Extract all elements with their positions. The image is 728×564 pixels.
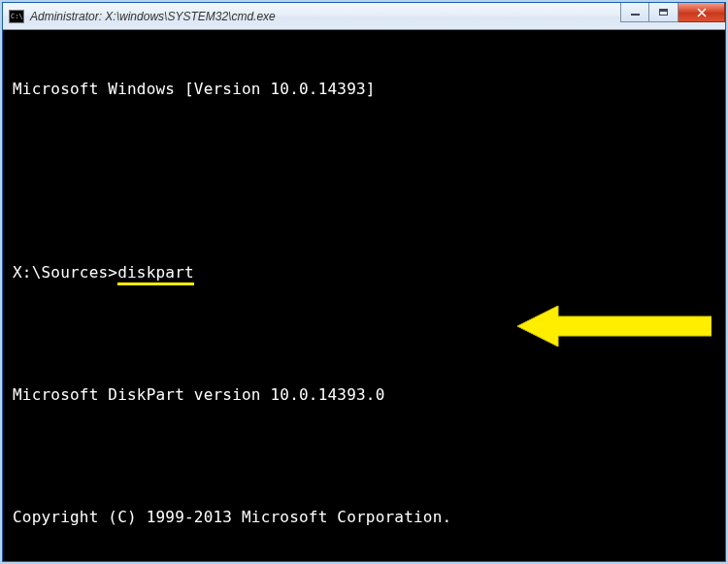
prompt: X:\Sources> [13,263,117,282]
cmd-icon [9,10,24,23]
window-title: Administrator: X:\windows\SYSTEM32\cmd.e… [30,10,276,23]
window-controls [620,3,725,22]
command-diskpart: diskpart [117,263,194,285]
minimize-button[interactable] [620,3,649,22]
titlebar[interactable]: Administrator: X:\windows\SYSTEM32\cmd.e… [3,3,725,30]
prompt-line: X:\Sources>diskpart [13,262,725,282]
terminal-output[interactable]: Microsoft Windows [Version 10.0.14393] X… [3,30,725,561]
close-button[interactable] [678,3,725,22]
cmd-window: Administrator: X:\windows\SYSTEM32\cmd.e… [2,2,726,562]
maximize-button[interactable] [649,3,678,22]
output-line: Copyright (C) 1999-2013 Microsoft Corpor… [13,507,725,527]
output-line: Microsoft Windows [Version 10.0.14393] [13,79,725,99]
output-line: Microsoft DiskPart version 10.0.14393.0 [13,384,725,405]
